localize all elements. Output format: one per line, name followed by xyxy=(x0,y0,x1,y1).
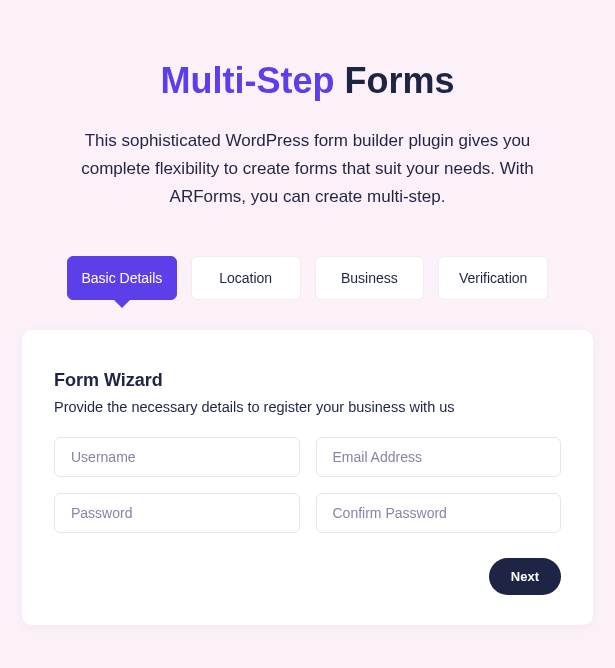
next-button[interactable]: Next xyxy=(489,558,561,595)
form-title: Form Wizard xyxy=(54,370,561,391)
tab-verification[interactable]: Verification xyxy=(438,256,548,300)
tab-business[interactable]: Business xyxy=(315,256,425,300)
header: Multi-Step Forms This sophisticated Word… xyxy=(22,60,593,211)
form-card: Form Wizard Provide the necessary detail… xyxy=(22,330,593,625)
tab-location[interactable]: Location xyxy=(191,256,301,300)
confirm-password-field[interactable] xyxy=(316,493,562,533)
tab-label: Location xyxy=(219,270,272,286)
tab-label: Basic Details xyxy=(81,270,162,286)
form-row xyxy=(54,493,561,533)
page-title: Multi-Step Forms xyxy=(22,60,593,102)
title-rest: Forms xyxy=(334,60,454,101)
form-footer: Next xyxy=(54,558,561,595)
password-field[interactable] xyxy=(54,493,300,533)
page-subtitle: This sophisticated WordPress form builde… xyxy=(22,127,593,211)
email-field[interactable] xyxy=(316,437,562,477)
form-subtitle: Provide the necessary details to registe… xyxy=(54,399,561,415)
tab-label: Business xyxy=(341,270,398,286)
form-row xyxy=(54,437,561,477)
tab-label: Verification xyxy=(459,270,527,286)
tab-basic-details[interactable]: Basic Details xyxy=(67,256,177,300)
title-accent: Multi-Step xyxy=(160,60,334,101)
username-field[interactable] xyxy=(54,437,300,477)
tabs-container: Basic Details Location Business Verifica… xyxy=(22,256,593,300)
